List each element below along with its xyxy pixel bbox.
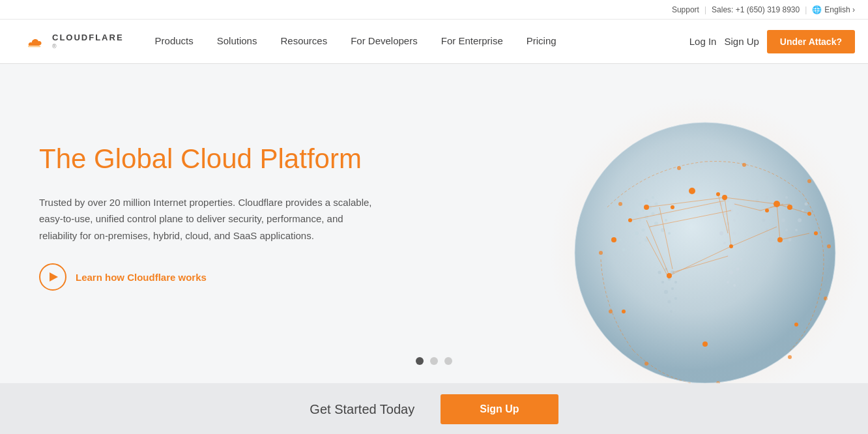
svg-point-63 (733, 284, 736, 287)
svg-point-111 (729, 244, 733, 248)
cta-text[interactable]: Learn how Cloudflare works (76, 272, 207, 283)
dot-2[interactable] (430, 357, 438, 365)
svg-point-119 (814, 231, 818, 235)
svg-point-53 (719, 231, 723, 235)
logo[interactable]: CLOUDFLARE ® (13, 29, 124, 54)
globe-icon: 🌐 (812, 5, 822, 14)
nav-links: Products Solutions Resources For Develop… (143, 20, 689, 64)
svg-point-126 (742, 163, 746, 167)
svg-point-115 (765, 209, 769, 212)
svg-point-26 (619, 239, 622, 241)
support-link[interactable]: Support (672, 5, 699, 14)
hero-cta[interactable]: Learn how Cloudflare works (39, 263, 378, 291)
svg-point-28 (665, 219, 667, 222)
hero-section: The Global Cloud Platform Trusted by ove… (0, 64, 868, 383)
svg-point-127 (807, 179, 811, 183)
svg-point-123 (794, 323, 798, 326)
svg-point-116 (787, 205, 792, 210)
svg-point-109 (807, 212, 811, 216)
svg-point-24 (639, 242, 641, 244)
svg-point-6 (652, 196, 654, 199)
svg-point-86 (805, 203, 808, 206)
svg-point-108 (774, 201, 780, 207)
svg-point-61 (729, 270, 733, 274)
svg-point-55 (733, 232, 736, 235)
svg-point-67 (766, 196, 768, 199)
svg-point-31 (658, 271, 661, 274)
svg-point-84 (798, 218, 802, 222)
svg-point-132 (644, 362, 648, 366)
hero-description: Trusted by over 20 million Internet prop… (39, 194, 378, 244)
svg-point-130 (788, 355, 792, 359)
hero-content: The Global Cloud Platform Trusted by ove… (39, 143, 378, 291)
language-selector[interactable]: English › (824, 5, 855, 14)
cta-bar-text: Get Started Today (310, 402, 414, 417)
svg-point-3 (631, 205, 635, 209)
svg-point-56 (723, 242, 726, 244)
svg-point-125 (677, 166, 681, 170)
svg-rect-0 (28, 46, 40, 47)
svg-point-59 (733, 258, 736, 261)
svg-point-22 (654, 222, 658, 225)
under-attack-button[interactable]: Under Attack? (767, 30, 855, 53)
svg-point-7 (629, 216, 632, 219)
svg-point-44 (730, 193, 732, 195)
svg-point-80 (768, 238, 772, 242)
svg-point-75 (772, 216, 775, 218)
svg-point-27 (622, 248, 626, 252)
svg-point-76 (781, 218, 785, 222)
svg-point-41 (670, 310, 673, 313)
nav-actions: Log In Sign Up Under Attack? (689, 30, 855, 53)
svg-point-18 (629, 235, 631, 238)
svg-point-50 (736, 212, 739, 215)
svg-point-20 (642, 229, 645, 232)
nav-item-products[interactable]: Products (143, 20, 205, 64)
svg-point-48 (723, 212, 726, 215)
svg-point-8 (635, 212, 639, 216)
login-link[interactable]: Log In (689, 36, 717, 47)
svg-point-121 (622, 310, 626, 313)
nav-item-for-enterprise[interactable]: For Enterprise (429, 20, 515, 64)
svg-point-118 (689, 188, 695, 194)
svg-point-69 (785, 196, 788, 199)
svg-point-30 (668, 232, 671, 235)
play-button[interactable] (39, 263, 66, 291)
nav-item-resources[interactable]: Resources (268, 20, 339, 64)
svg-point-39 (668, 300, 671, 304)
svg-point-112 (777, 237, 783, 242)
svg-point-5 (644, 199, 648, 203)
dot-3[interactable] (444, 357, 452, 365)
svg-point-40 (674, 297, 677, 300)
globe-visual (510, 77, 868, 383)
separator-2: | (805, 5, 807, 14)
svg-point-72 (779, 209, 781, 212)
nav-item-pricing[interactable]: Pricing (515, 20, 568, 64)
sales-info: Sales: +1 (650) 319 8930 (712, 5, 800, 14)
svg-point-74 (762, 219, 766, 222)
svg-point-64 (736, 268, 740, 271)
svg-point-14 (631, 222, 635, 225)
svg-point-4 (639, 203, 642, 206)
svg-point-110 (667, 273, 672, 278)
cta-signup-button[interactable]: Sign Up (441, 394, 558, 424)
nav-item-for-developers[interactable]: For Developers (339, 20, 429, 64)
svg-point-13 (626, 225, 629, 229)
svg-point-122 (702, 341, 708, 347)
nav-item-solutions[interactable]: Solutions (205, 20, 269, 64)
cta-bar: Get Started Today Sign Up (0, 383, 868, 434)
svg-point-124 (618, 202, 622, 206)
carousel-dots (416, 357, 452, 365)
dot-1[interactable] (416, 357, 424, 365)
svg-point-23 (632, 245, 635, 248)
svg-point-65 (740, 258, 742, 261)
svg-point-133 (609, 310, 613, 313)
svg-point-106 (644, 205, 649, 210)
svg-point-83 (795, 229, 798, 231)
signup-link[interactable]: Sign Up (724, 36, 759, 47)
svg-point-43 (723, 190, 727, 193)
svg-point-134 (599, 251, 603, 255)
svg-point-82 (788, 239, 792, 242)
separator-1: | (704, 5, 706, 14)
svg-point-34 (661, 281, 664, 283)
svg-point-11 (655, 203, 658, 206)
